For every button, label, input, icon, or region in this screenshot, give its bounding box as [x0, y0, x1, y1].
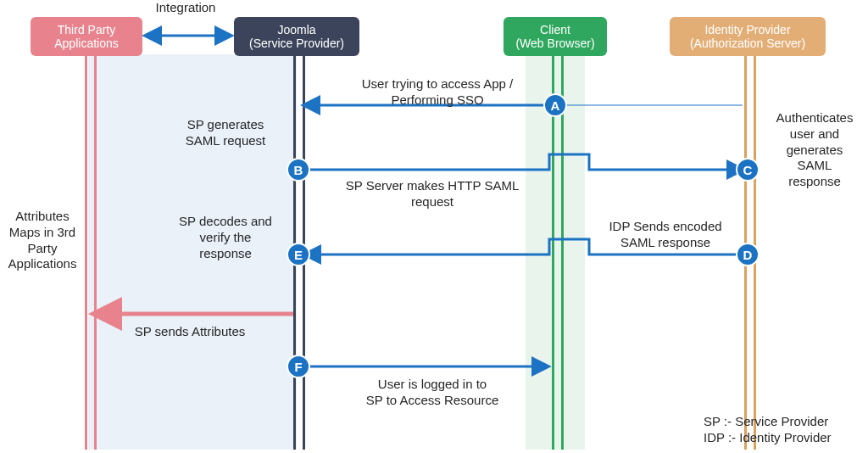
step-d: D — [736, 243, 760, 266]
label-legend: SP :- Service Provider IDP :- Identity P… — [704, 414, 865, 446]
label-step-c: Authenticates user and generates SAML re… — [765, 110, 865, 190]
box-third-party: Third Party Applications — [31, 17, 142, 56]
step-a: A — [543, 93, 567, 117]
label-step-d: IDP Sends encoded SAML response — [593, 219, 737, 251]
step-b: B — [287, 158, 310, 182]
label-step-b: SP Server makes HTTP SAML request — [331, 178, 534, 210]
label-step-f: User is logged in to SP to Access Resour… — [339, 377, 526, 409]
label-sp-sends: SP sends Attributes — [114, 324, 266, 340]
label-step-a: User trying to access App / Performing S… — [336, 76, 539, 109]
box-identity-provider: Identity Provider (Authorization Server) — [670, 17, 826, 56]
step-c: C — [736, 158, 760, 182]
box-client: Client (Web Browser) — [504, 17, 607, 56]
label-integration: Integration — [139, 0, 232, 16]
box-service-provider: Joomla (Service Provider) — [234, 17, 359, 56]
lifeline-third-party — [86, 54, 90, 450]
label-step-e: SP decodes and verify the response — [166, 214, 285, 261]
label-attributes-side: Attributes Maps in 3rd Party Application… — [2, 209, 83, 272]
label-sp-generates: SP generates SAML request — [166, 117, 285, 149]
step-e: E — [287, 243, 310, 266]
step-f: F — [287, 355, 310, 378]
